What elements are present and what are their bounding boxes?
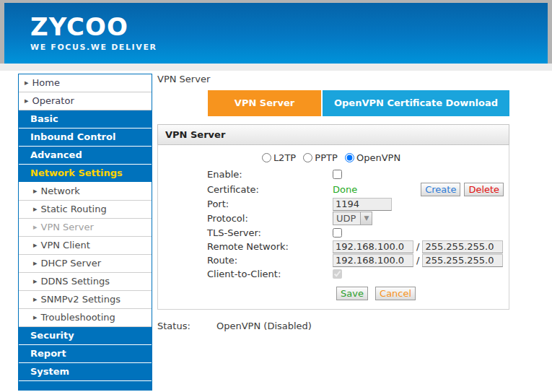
radio-l2tp-input[interactable]: [262, 153, 271, 162]
sidebar-item-label: VPN Client: [41, 240, 90, 251]
certificate-label: Certificate:: [207, 184, 333, 195]
tls-server-row: TLS-Server:: [158, 226, 509, 240]
protocol-select[interactable]: UDP ▼: [333, 212, 372, 225]
chevron-right-icon: [33, 240, 41, 251]
remote-network-row: Remote Network: /: [158, 240, 509, 253]
sidebar-item-label: Home: [32, 77, 60, 88]
protocol-row: Protocol: UDP ▼: [158, 211, 509, 226]
route-mask-input[interactable]: [422, 254, 503, 267]
brand-logo: ZYCOO WE FOCUS.WE DELIVER: [30, 13, 157, 52]
sidebar-item-vpn-server[interactable]: VPN Server: [19, 219, 152, 237]
route-row: Route: /: [158, 253, 509, 267]
sidebar-item-troubleshooting[interactable]: Troubleshooting: [19, 309, 152, 327]
sidebar-item-label: Inbound Control: [30, 131, 115, 142]
sidebar-item-advanced[interactable]: Advanced: [19, 147, 152, 165]
top-banner: ZYCOO WE FOCUS.WE DELIVER: [4, 3, 548, 64]
sidebar-item-label: SNMPv2 Settings: [41, 294, 121, 305]
cancel-button[interactable]: Cancel: [375, 287, 416, 300]
sidebar-item-label: Network Settings: [30, 167, 123, 178]
page-title: VPN Server: [157, 74, 509, 84]
sidebar-item-label: Network: [41, 186, 80, 196]
chevron-right-icon: [33, 186, 41, 196]
sidebar-item-security[interactable]: Security: [19, 327, 152, 345]
sidebar-item-network[interactable]: Network: [19, 183, 152, 201]
enable-row: Enable:: [158, 167, 509, 181]
radio-l2tp[interactable]: L2TP: [262, 152, 296, 163]
sidebar-item-static-routing[interactable]: Static Routing: [19, 201, 152, 219]
radio-pptp-label: PPTP: [315, 152, 337, 163]
form-actions: Save Cancel: [158, 287, 509, 300]
radio-pptp-input[interactable]: [303, 153, 312, 162]
radio-openvpn-input[interactable]: [345, 153, 354, 162]
protocol-label: Protocol:: [207, 213, 333, 224]
tls-server-checkbox[interactable]: [333, 228, 342, 238]
sidebar-item-dhcp-server[interactable]: DHCP Server: [19, 255, 152, 273]
sidebar-item-snmpv2-settings[interactable]: SNMPv2 Settings: [19, 291, 152, 309]
sidebar-item-label: DDNS Settings: [41, 276, 110, 287]
sidebar-item-vpn-client[interactable]: VPN Client: [19, 237, 152, 255]
chevron-right-icon: [33, 258, 41, 269]
panel-title: VPN Server: [157, 124, 509, 145]
status-value: OpenVPN (Disabled): [216, 321, 312, 331]
remote-network-ip-input[interactable]: [333, 240, 413, 253]
tab-bar: VPN Server OpenVPN Certificate Download: [208, 90, 509, 116]
banner-divider: [0, 64, 552, 71]
sidebar-item-label: Advanced: [30, 149, 82, 160]
enable-checkbox[interactable]: [333, 170, 342, 179]
client-to-client-row: Client-to-Client:: [158, 267, 509, 281]
sidebar-item-network-settings[interactable]: Network Settings: [19, 165, 152, 183]
sidebar-item-label: DHCP Server: [41, 258, 101, 269]
chevron-right-icon: [33, 276, 41, 287]
chevron-right-icon: [33, 312, 41, 323]
sidebar-item-report[interactable]: Report: [19, 345, 152, 363]
port-row: Port:: [158, 197, 509, 211]
status-line: Status: OpenVPN (Disabled): [157, 321, 509, 331]
sidebar-item-label: Troubleshooting: [41, 312, 115, 323]
sidebar-item-label: Static Routing: [41, 204, 107, 214]
window-frame: ZYCOO WE FOCUS.WE DELIVER: [0, 0, 552, 64]
port-input[interactable]: [333, 198, 392, 211]
sidebar-item-partial: [19, 381, 152, 390]
vpn-server-form: L2TP PPTP OpenVPN Enable: Certificate: D…: [157, 145, 509, 310]
protocol-value: UDP: [333, 213, 360, 224]
sidebar-nav: Home Operator Basic Inbound Control Adva…: [18, 74, 152, 391]
sidebar-item-label: Report: [30, 348, 66, 359]
tab-vpn-server[interactable]: VPN Server: [208, 90, 321, 116]
sidebar-item-label: Security: [30, 330, 74, 341]
sidebar-item-ddns-settings[interactable]: DDNS Settings: [19, 273, 152, 291]
chevron-right-icon: [33, 222, 41, 232]
save-button[interactable]: Save: [336, 287, 368, 300]
route-ip-input[interactable]: [333, 254, 413, 267]
chevron-right-icon: [25, 77, 32, 88]
radio-openvpn[interactable]: OpenVPN: [345, 152, 400, 163]
remote-network-label: Remote Network:: [207, 241, 333, 252]
enable-label: Enable:: [207, 169, 333, 180]
certificate-status: Done: [333, 184, 357, 195]
route-label: Route:: [207, 255, 333, 266]
main-content: VPN Server VPN Server OpenVPN Certificat…: [157, 74, 509, 331]
remote-network-mask-input[interactable]: [422, 240, 503, 253]
radio-openvpn-label: OpenVPN: [356, 152, 400, 163]
sidebar-item-inbound-control[interactable]: Inbound Control: [19, 129, 152, 147]
status-label: Status:: [157, 321, 216, 331]
sidebar-item-system[interactable]: System: [19, 363, 152, 381]
sidebar-item-operator[interactable]: Operator: [19, 92, 152, 110]
client-to-client-checkbox: [333, 269, 342, 279]
tls-server-label: TLS-Server:: [207, 227, 333, 238]
certificate-row: Certificate: Done Create Delete: [158, 181, 509, 197]
radio-pptp[interactable]: PPTP: [303, 152, 337, 163]
create-button[interactable]: Create: [421, 183, 460, 196]
slash-separator: /: [416, 241, 419, 252]
slash-separator: /: [416, 255, 419, 266]
tab-openvpn-certificate-download[interactable]: OpenVPN Certificate Download: [323, 90, 509, 116]
sidebar-item-home[interactable]: Home: [19, 74, 152, 92]
logo-tagline: WE FOCUS.WE DELIVER: [30, 43, 157, 52]
sidebar-item-label: System: [30, 366, 69, 377]
port-label: Port:: [207, 199, 333, 209]
client-to-client-label: Client-to-Client:: [207, 269, 333, 279]
chevron-right-icon: [33, 204, 41, 214]
sidebar-item-basic[interactable]: Basic: [19, 110, 152, 129]
delete-button[interactable]: Delete: [464, 183, 504, 196]
sidebar-item-label: Basic: [30, 113, 58, 124]
radio-l2tp-label: L2TP: [273, 152, 296, 163]
